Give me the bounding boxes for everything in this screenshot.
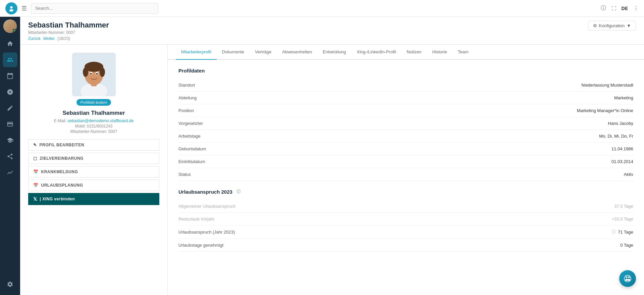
online-status-dot — [13, 29, 16, 32]
chevron-down-icon: ▼ — [627, 23, 631, 28]
employee-number: Mitarbeiter-Nummer: 0007 — [28, 30, 109, 35]
svg-point-12 — [90, 73, 92, 75]
employee-nr-value: 0007 — [108, 129, 117, 134]
sidebar-item-chart[interactable] — [3, 165, 17, 180]
standort-label: Standort — [178, 83, 252, 88]
nav-back-link[interactable]: Zurück — [28, 36, 41, 41]
menu-icon[interactable]: ☰ — [21, 5, 27, 12]
info-row-eintrittsdatum: Eintrittsdatum 01.03.2014 — [178, 155, 633, 168]
avatar[interactable] — [3, 19, 17, 33]
urlaubsanspruch-section-title: Urlaubsanspruch 2023 ⓘ — [178, 189, 633, 195]
svg-point-8 — [83, 67, 88, 77]
email-link[interactable]: sebastian@demodemo.staffboard.de — [67, 118, 133, 123]
abteilung-label: Abteilung — [178, 95, 252, 100]
help-icon[interactable]: ⓘ — [601, 5, 606, 12]
info-row-status: Status Aktiv — [178, 168, 633, 181]
info-row-urlaub-2023: Urlaubsanspruch (Jahr 2023) ⓘ 71 Tage — [178, 226, 633, 239]
xing-label: | XING verbinden — [40, 197, 75, 201]
page-header-right: ⚙ Konfiguration ▼ — [588, 21, 636, 31]
topbar-more-icon[interactable]: ⋮ — [633, 5, 639, 11]
topbar: ☰ ⓘ ⛶ DE ⋮ — [0, 0, 644, 17]
mobile-value: 0151/8001243 — [87, 124, 113, 129]
urlaubsplanung-label: URLAUBSPLANUNG — [41, 183, 83, 188]
help-fab-button[interactable] — [619, 270, 636, 287]
sidebar-item-settings[interactable] — [3, 277, 17, 292]
arbeitstage-label: Arbeitstage — [178, 134, 252, 139]
page-navigation: Zurück Weiter (18/23) — [28, 36, 109, 41]
nav-forward-link[interactable]: Weiter — [43, 36, 55, 41]
profile-name: Sebastian Thalhammer — [28, 110, 159, 116]
allg-urlaub-label: Allgemeiner Urlaubsanspruch — [178, 204, 252, 209]
standort-value: Niederlassung Musterstadt — [252, 83, 633, 88]
zielvereinbarung-button[interactable]: ▢ ZIELVEREINBARUNG — [28, 153, 159, 164]
krankmeldung-button[interactable]: 📅 KRANKMELDUNG — [28, 166, 159, 178]
urlaub-2023-info-icon[interactable]: ⓘ — [612, 229, 616, 235]
svg-point-16 — [625, 279, 628, 281]
sidebar-item-edit[interactable] — [3, 101, 17, 115]
page-title: Sebastian Thalhammer — [28, 21, 109, 30]
info-row-urlaub-genehmigt: Urlaubstage genehmigt 0 Tage — [178, 239, 633, 252]
change-photo-button[interactable]: Profilbild ändern — [76, 99, 111, 106]
fullscreen-icon[interactable]: ⛶ — [611, 6, 616, 11]
employee-nr-label: Mitarbeiter-Nummer: — [70, 129, 107, 134]
tab-dokumente[interactable]: Dokumente — [217, 45, 250, 60]
tab-bar: Mitarbeiterprofil Dokumente Verträge Abw… — [168, 45, 644, 60]
geburtsdatum-value: 11.04.1986 — [252, 146, 633, 151]
xing-icon: 𝕏 — [33, 196, 37, 202]
left-panel: Profilbild ändern Sebastian Thalhammer E… — [20, 45, 168, 295]
tab-team[interactable]: Team — [452, 45, 474, 60]
profile-photo — [72, 53, 116, 96]
sidebar-item-graduation[interactable] — [3, 133, 17, 148]
main-wrap: Sebastian Thalhammer Mitarbeiter-Nummer:… — [20, 17, 644, 295]
profile-edit-button[interactable]: ✎ PROFIL BEARBEITEN — [28, 139, 159, 151]
tab-notizen[interactable]: Notizen — [401, 45, 427, 60]
tab-mitarbeiterprofil[interactable]: Mitarbeiterprofil — [176, 45, 217, 60]
sidebar-item-share[interactable] — [3, 149, 17, 164]
allg-urlaub-value: 37.5 Tage — [252, 204, 633, 209]
profile-edit-label: PROFIL BEARBEITEN — [40, 143, 85, 147]
resturlaub-value: +33.5 Tage — [252, 216, 633, 222]
krankmeldung-label: KRANKMELDUNG — [41, 169, 78, 174]
profile-mobile: Mobil: 0151/8001243 — [28, 124, 159, 129]
profile-employee-nr: Mitarbeiter-Nummer: 0007 — [28, 129, 159, 134]
tab-entwicklung[interactable]: Entwicklung — [317, 45, 351, 60]
info-row-geburtsdatum: Geburtsdatum 11.04.1986 — [178, 143, 633, 155]
info-row-vorgesetzter: Vorgesetzter Hans Jacoby — [178, 117, 633, 130]
sidebar-item-calendar[interactable] — [3, 68, 17, 83]
tab-abwesenheiten[interactable]: Abwesenheiten — [277, 45, 317, 60]
tab-content: Profildaten Standort Niederlassung Muste… — [168, 60, 644, 260]
info-row-standort: Standort Niederlassung Musterstadt — [178, 79, 633, 92]
urlaubsanspruch-info-icon[interactable]: ⓘ — [236, 189, 240, 195]
language-selector[interactable]: DE — [622, 6, 628, 11]
sidebar-item-card[interactable] — [3, 117, 17, 132]
config-button[interactable]: ⚙ Konfiguration ▼ — [588, 21, 636, 31]
tab-historie[interactable]: Historie — [427, 45, 452, 60]
content-area: Profilbild ändern Sebastian Thalhammer E… — [20, 45, 644, 295]
email-label: E-Mail: — [54, 118, 66, 123]
zielvereinbarung-label: ZIELVEREINBARUNG — [40, 156, 84, 161]
page-header: Sebastian Thalhammer Mitarbeiter-Nummer:… — [20, 17, 644, 45]
search-input[interactable] — [31, 3, 158, 14]
info-row-arbeitstage: Arbeitstage Mo, Di, Mi, Do, Fr — [178, 130, 633, 143]
urlaubsanspruch-title-text: Urlaubsanspruch 2023 — [178, 189, 232, 195]
xing-connect-button[interactable]: 𝕏 | XING verbinden — [28, 193, 159, 205]
urlaubsplanung-button[interactable]: 📅 URLAUBSPLANUNG — [28, 180, 159, 191]
urlaub-genehmigt-label: Urlaubstage genehmigt — [178, 243, 252, 248]
sidebar-item-people[interactable] — [3, 52, 17, 67]
profile-photo-wrap — [28, 53, 159, 96]
calendar-icon: 📅 — [33, 169, 39, 174]
position-value: Marketing Manager*in Online — [252, 108, 633, 113]
eintrittsdatum-label: Eintrittsdatum — [178, 159, 252, 164]
tab-xing-linkedin[interactable]: Xing-/LinkedIn-Profil — [352, 45, 401, 60]
sidebar-item-home[interactable] — [3, 36, 17, 51]
config-label: Konfiguration — [599, 23, 625, 28]
geburtsdatum-label: Geburtsdatum — [178, 146, 252, 151]
svg-point-1 — [10, 6, 13, 8]
resturlaub-label: Resturlaub Vorjahr — [178, 216, 252, 222]
vorgesetzter-label: Vorgesetzter — [178, 121, 252, 126]
tab-vertraege[interactable]: Verträge — [250, 45, 277, 60]
vorgesetzter-value: Hans Jacoby — [252, 121, 633, 126]
sidebar-item-analytics[interactable] — [3, 85, 17, 99]
target-icon: ▢ — [33, 156, 37, 161]
svg-point-17 — [628, 277, 630, 278]
